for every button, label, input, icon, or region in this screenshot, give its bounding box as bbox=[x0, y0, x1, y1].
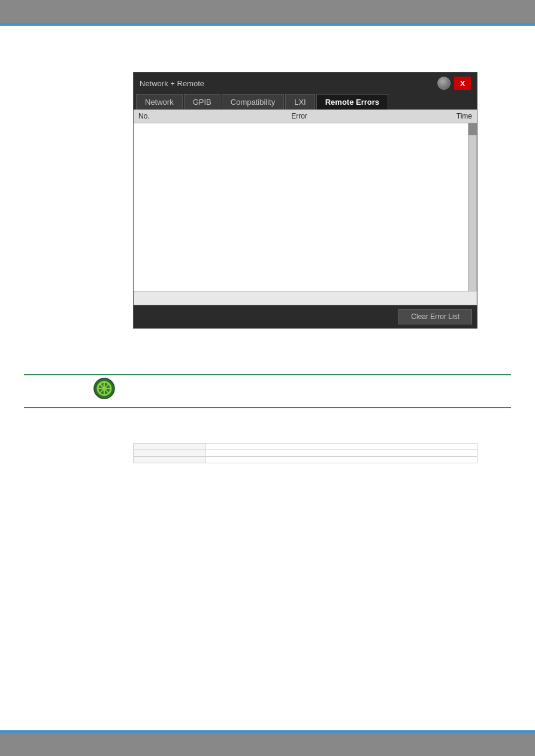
clear-error-list-button[interactable]: Clear Error List bbox=[398, 309, 472, 324]
scrollbar-thumb[interactable] bbox=[468, 123, 477, 135]
tab-remote-errors[interactable]: Remote Errors bbox=[316, 94, 388, 110]
dialog-title: Network + Remote bbox=[140, 79, 204, 88]
dialog-window: Network + Remote X Network GPIB Compatib… bbox=[133, 72, 477, 329]
info-cell-col1 bbox=[134, 457, 205, 463]
tab-lxi[interactable]: LXI bbox=[285, 94, 315, 110]
dialog-titlebar-controls: X bbox=[437, 77, 471, 90]
tab-network[interactable]: Network bbox=[136, 94, 183, 110]
col-header-error: Error bbox=[170, 110, 429, 123]
status-bar bbox=[134, 291, 477, 305]
section-separator-top bbox=[24, 374, 511, 375]
table-scrollbar[interactable] bbox=[468, 123, 476, 291]
dialog-titlebar: Network + Remote X bbox=[134, 72, 477, 94]
bottom-footer-bar bbox=[0, 733, 535, 756]
svg-point-2 bbox=[102, 386, 107, 391]
info-cell-col1 bbox=[134, 450, 205, 457]
table-row bbox=[134, 450, 477, 457]
table-header-row: No. Error Time bbox=[134, 110, 477, 123]
info-cell-col1 bbox=[134, 444, 205, 450]
dialog-close-button[interactable]: X bbox=[454, 77, 471, 90]
tab-compatibility[interactable]: Compatibility bbox=[222, 94, 284, 110]
col-header-no: No. bbox=[134, 110, 170, 123]
top-header-accent bbox=[0, 23, 535, 26]
info-cell-col2 bbox=[205, 457, 477, 463]
info-table bbox=[133, 443, 477, 463]
dialog-circle-icon bbox=[437, 77, 451, 90]
col-header-time: Time bbox=[429, 110, 477, 123]
top-header-bar bbox=[0, 0, 535, 23]
table-body bbox=[134, 123, 477, 291]
error-table-container: No. Error Time bbox=[134, 110, 477, 291]
dialog-tabs: Network GPIB Compatibility LXI Remote Er… bbox=[134, 94, 477, 110]
info-table-wrapper bbox=[133, 443, 477, 463]
tab-gpib[interactable]: GPIB bbox=[184, 94, 220, 110]
table-row bbox=[134, 457, 477, 463]
dialog-action-bar: Clear Error List bbox=[134, 305, 477, 328]
info-cell-col2 bbox=[205, 450, 477, 457]
section-separator-bottom bbox=[24, 407, 511, 408]
info-cell-col2 bbox=[205, 444, 477, 450]
network-icon bbox=[93, 377, 116, 400]
table-row bbox=[134, 444, 477, 450]
svg-point-11 bbox=[99, 383, 104, 387]
